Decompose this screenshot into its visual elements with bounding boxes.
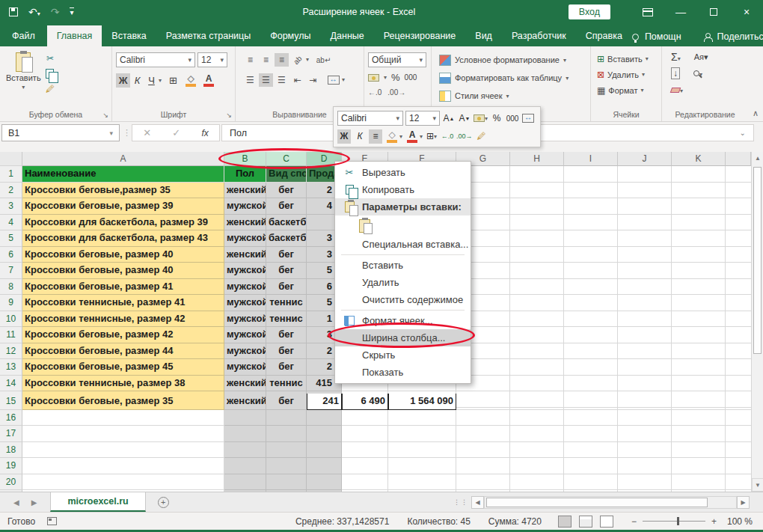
menu-item-format-cells[interactable]: Формат ячеек... <box>335 312 471 329</box>
page-break-view-icon[interactable] <box>600 516 613 528</box>
tab-home[interactable]: Главная <box>47 25 102 46</box>
sheet-nav-right-icon[interactable]: ▶ <box>31 498 37 507</box>
tab-formulas[interactable]: Формулы <box>260 25 320 46</box>
mini-font-size-combo[interactable]: 12▾ <box>405 111 440 126</box>
percent-style-icon[interactable]: % <box>391 72 400 83</box>
merge-center-icon[interactable] <box>326 73 340 87</box>
tell-me-box[interactable]: Помощн <box>645 31 681 42</box>
find-select-icon[interactable]: ▾ <box>693 69 702 78</box>
scroll-down-icon[interactable]: ▼ <box>752 478 763 492</box>
mini-shrink-font-icon[interactable]: A▼ <box>458 111 471 126</box>
tab-view[interactable]: Вид <box>465 25 502 46</box>
font-color-button[interactable]: А <box>201 74 216 87</box>
table-row[interactable]: 15 Кроссовки беговые, размер 35 женский … <box>0 394 751 410</box>
normal-view-icon[interactable] <box>558 516 572 528</box>
delete-cells-button[interactable]: ⊠ Удалить▾ <box>597 67 649 82</box>
empty-row[interactable]: 16 <box>0 410 751 426</box>
scroll-right-icon[interactable]: ▶ <box>737 496 750 509</box>
menu-item-delete[interactable]: Удалить <box>335 274 471 291</box>
decrease-indent-icon[interactable]: ⇤ <box>290 73 304 87</box>
name-box[interactable]: B1▾ <box>1 124 120 141</box>
sheet-nav-left-icon[interactable]: ◀ <box>13 498 19 507</box>
customize-qat-icon[interactable]: ▾ <box>70 7 73 16</box>
autosum-icon[interactable]: Σ▾ <box>671 51 681 63</box>
col-header-c[interactable]: C <box>266 152 307 166</box>
zoom-level[interactable]: 100 % <box>727 516 763 527</box>
tab-file[interactable]: Файл <box>0 25 47 46</box>
col-header-h[interactable]: H <box>510 152 564 166</box>
mini-fill-color-icon[interactable]: ◇▾ <box>384 129 402 144</box>
cell-b1[interactable]: Пол <box>224 166 266 183</box>
paste-option-button[interactable] <box>335 215 471 236</box>
col-header-j[interactable]: J <box>618 152 672 166</box>
format-cells-button[interactable]: ▦ Формат▾ <box>597 82 649 98</box>
menu-item-paste-options[interactable]: Параметры вставки: <box>335 198 471 215</box>
align-left-icon[interactable]: ☰ <box>243 73 257 87</box>
menu-item-copy[interactable]: Копировать <box>335 181 471 198</box>
empty-row[interactable]: 17 <box>0 426 751 442</box>
minimize-button[interactable]: — <box>664 0 697 24</box>
comma-style-icon[interactable]: 000 <box>405 73 417 82</box>
orientation-icon[interactable]: ab <box>287 50 307 70</box>
mini-format-painter-icon[interactable]: 🖉 <box>475 129 488 144</box>
accounting-format-icon[interactable] <box>368 74 379 82</box>
mini-increase-decimal-icon[interactable]: ←.0 <box>441 129 454 144</box>
paste-button[interactable]: Вставить ▾ <box>6 52 41 91</box>
collapse-ribbon-icon[interactable]: ∧ <box>753 108 759 118</box>
undo-icon[interactable]: ↶▾ <box>28 6 40 18</box>
tab-developer[interactable]: Разработчик <box>502 25 576 46</box>
cut-icon[interactable]: ✂ <box>43 52 57 64</box>
menu-item-column-width[interactable]: Ширина столбца... <box>335 329 471 346</box>
zoom-out-icon[interactable]: − <box>631 516 637 527</box>
mini-bold-button[interactable]: Ж <box>337 129 351 144</box>
col-header-a[interactable]: A <box>22 152 224 166</box>
format-painter-icon[interactable]: 🖉 <box>43 83 57 95</box>
font-name-combo[interactable]: Calibri▾ <box>116 52 195 67</box>
col-header-k[interactable]: K <box>672 152 726 166</box>
mini-grow-font-icon[interactable]: A▲ <box>442 111 456 126</box>
mini-percent-icon[interactable]: % <box>490 111 503 126</box>
tab-insert[interactable]: Вставка <box>102 25 156 46</box>
menu-item-clear-contents[interactable]: Очистить содержимое <box>335 291 471 308</box>
underline-button[interactable]: Ч <box>144 73 159 88</box>
menu-item-insert[interactable]: Вставить <box>335 257 471 274</box>
share-button[interactable]: Поделиться <box>717 31 763 42</box>
menu-item-cut[interactable]: ✂ Вырезать <box>335 164 471 181</box>
vertical-scrollbar[interactable]: ▲ ▼ <box>751 152 763 492</box>
sort-filter-icon[interactable]: Ая▾ <box>694 52 708 62</box>
mini-font-name-combo[interactable]: Calibri▾ <box>337 111 403 126</box>
menu-item-unhide[interactable]: Показать <box>335 364 471 381</box>
col-header-partial[interactable] <box>726 152 751 166</box>
col-header-b[interactable]: B <box>224 152 266 166</box>
scrollbar-splitter[interactable]: ⋮⋮ <box>450 492 471 512</box>
new-sheet-button[interactable]: + <box>146 492 181 512</box>
sign-in-button[interactable]: Вход <box>569 4 610 19</box>
redo-icon[interactable]: ↷ <box>51 6 60 18</box>
sheet-tab-active[interactable]: microexcel.ru <box>50 492 145 512</box>
select-all-corner[interactable] <box>0 152 22 166</box>
tab-page-layout[interactable]: Разметка страницы <box>156 25 260 46</box>
close-button[interactable]: × <box>730 0 763 24</box>
clipboard-dialog-launcher[interactable]: ↘ <box>102 111 108 119</box>
zoom-in-icon[interactable]: + <box>711 516 717 527</box>
increase-indent-icon[interactable]: ⇥ <box>306 73 320 87</box>
insert-function-icon[interactable]: fx <box>202 128 209 138</box>
insert-cells-button[interactable]: ⊞ Вставить▾ <box>597 51 649 67</box>
increase-decimal-icon[interactable]: ←.0 <box>368 88 382 97</box>
cancel-icon[interactable]: ✕ <box>143 127 151 138</box>
empty-row[interactable]: 19 <box>0 458 751 474</box>
menu-item-paste-special[interactable]: Специальная вставка... <box>335 236 471 253</box>
page-layout-view-icon[interactable] <box>579 516 592 528</box>
save-icon[interactable] <box>9 7 18 16</box>
align-top-icon[interactable]: ≡ <box>243 53 257 67</box>
font-size-combo[interactable]: 12▾ <box>197 52 227 67</box>
mini-font-color-icon[interactable]: А▾ <box>405 129 423 144</box>
mini-italic-button[interactable]: К <box>353 129 367 144</box>
wrap-text-icon[interactable]: ab↵ <box>316 53 331 67</box>
align-right-icon[interactable]: ☰ <box>275 73 289 87</box>
macro-record-icon[interactable] <box>47 517 57 525</box>
zoom-slider[interactable] <box>643 521 705 522</box>
empty-row[interactable]: 20 <box>0 474 751 491</box>
cell-c1[interactable]: Вид спорта <box>266 166 307 183</box>
mini-accounting-icon[interactable]: ▾ <box>474 111 488 126</box>
